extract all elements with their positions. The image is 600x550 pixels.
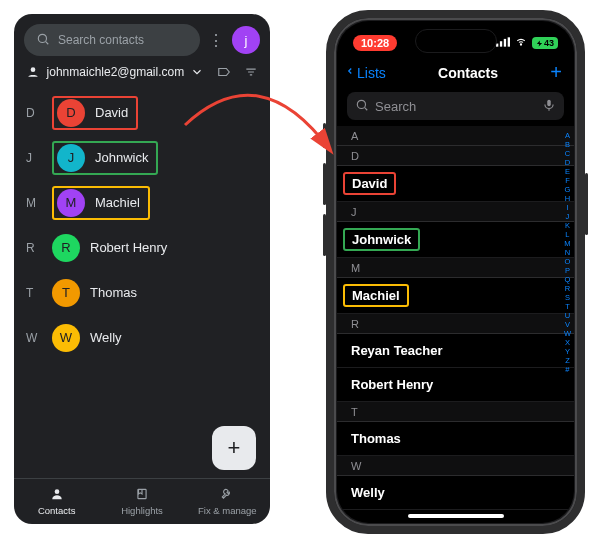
contact-row[interactable]: Johnwick — [337, 222, 574, 258]
svg-point-6 — [54, 489, 59, 494]
index-letter[interactable]: F — [564, 176, 571, 185]
overflow-menu-icon[interactable]: ⋮ — [208, 31, 224, 50]
home-indicator[interactable] — [408, 514, 504, 518]
nav-fix-manage[interactable]: Fix & manage — [185, 479, 270, 524]
search-input[interactable]: Search — [347, 92, 564, 120]
section-header: T — [337, 402, 574, 422]
contact-row[interactable]: Thomas — [337, 422, 574, 456]
index-letter[interactable]: I — [564, 203, 571, 212]
index-letter[interactable]: B — [564, 140, 571, 149]
section-letter: R — [26, 241, 42, 255]
index-letter[interactable]: Q — [564, 275, 571, 284]
svg-marker-13 — [537, 40, 542, 46]
contact-avatar-chip: R — [52, 234, 80, 262]
contact-row[interactable]: MMMachiel — [14, 180, 270, 225]
account-row[interactable]: johnmaichle2@gmail.com — [14, 62, 270, 90]
nav-contacts[interactable]: Contacts — [14, 479, 99, 524]
index-letter[interactable]: P — [564, 266, 571, 275]
index-letter[interactable]: C — [564, 149, 571, 158]
back-button[interactable]: Lists — [345, 63, 386, 82]
account-avatar[interactable]: j — [232, 26, 260, 54]
svg-line-15 — [365, 107, 368, 110]
filter-icon[interactable] — [243, 64, 258, 80]
index-letter[interactable]: # — [564, 365, 571, 374]
svg-rect-9 — [500, 41, 502, 46]
add-contact-button[interactable]: + — [550, 61, 562, 84]
signal-icon — [496, 36, 510, 50]
section-index-scrubber[interactable]: ABCDEFGHIJKLMNOPQRSTUVWXYZ# — [564, 131, 571, 374]
section-header: W — [337, 456, 574, 476]
index-letter[interactable]: J — [564, 212, 571, 221]
section-header: D — [337, 146, 574, 166]
svg-point-14 — [357, 100, 365, 108]
highlight-box: Johnwick — [343, 228, 420, 251]
search-input[interactable]: Search contacts — [24, 24, 200, 56]
nav-highlights[interactable]: Highlights — [99, 479, 184, 524]
search-placeholder: Search — [375, 99, 536, 114]
contact-row[interactable]: DDDavid — [14, 90, 270, 135]
mic-icon[interactable] — [542, 98, 556, 115]
contact-row[interactable]: David — [337, 166, 574, 202]
add-contact-fab[interactable]: + — [212, 426, 256, 470]
android-contacts-list: DDDavidJJJohnwickMMMachielRRRobert Henry… — [14, 90, 270, 478]
index-letter[interactable]: R — [564, 284, 571, 293]
highlight-box: DDavid — [52, 96, 138, 130]
contact-row[interactable]: TTThomas — [14, 270, 270, 315]
iphone-contacts-screen: 10:28 43 Lists Contac — [337, 21, 574, 523]
label-icon[interactable] — [217, 64, 232, 80]
contact-row[interactable]: RRRobert Henry — [14, 225, 270, 270]
contact-avatar-chip: D — [57, 99, 85, 127]
wrench-icon — [220, 487, 234, 503]
contact-row[interactable]: Machiel — [337, 278, 574, 314]
index-letter[interactable]: L — [564, 230, 571, 239]
search-icon — [355, 98, 369, 115]
android-top-bar: Search contacts ⋮ j — [14, 14, 270, 62]
battery-icon: 43 — [532, 37, 558, 49]
person-icon — [26, 64, 41, 80]
index-letter[interactable]: N — [564, 248, 571, 257]
svg-rect-10 — [504, 39, 506, 47]
index-letter[interactable]: S — [564, 293, 571, 302]
index-letter[interactable]: H — [564, 194, 571, 203]
contact-name: Welly — [90, 330, 122, 345]
contact-row[interactable]: Welly — [337, 476, 574, 510]
contact-row[interactable]: Reyan Teacher — [337, 334, 574, 368]
status-time: 10:28 — [353, 35, 397, 51]
nav-label: Contacts — [38, 505, 76, 516]
search-icon — [36, 32, 50, 49]
nav-label: Highlights — [121, 505, 163, 516]
account-email: johnmaichle2@gmail.com — [47, 65, 185, 79]
index-letter[interactable]: T — [564, 302, 571, 311]
contact-row[interactable]: JJJohnwick — [14, 135, 270, 180]
contact-avatar-chip: J — [57, 144, 85, 172]
index-letter[interactable]: X — [564, 338, 571, 347]
index-letter[interactable]: M — [564, 239, 571, 248]
contact-name: Thomas — [90, 285, 137, 300]
svg-point-12 — [520, 44, 521, 45]
index-letter[interactable]: E — [564, 167, 571, 176]
highlight-box: JJohnwick — [52, 141, 158, 175]
svg-point-2 — [31, 67, 36, 72]
index-letter[interactable]: K — [564, 221, 571, 230]
highlight-box: MMachiel — [52, 186, 150, 220]
index-letter[interactable]: U — [564, 311, 571, 320]
contact-row[interactable]: Robert Henry — [337, 368, 574, 402]
index-letter[interactable]: Z — [564, 356, 571, 365]
index-letter[interactable]: O — [564, 257, 571, 266]
index-letter[interactable]: G — [564, 185, 571, 194]
back-label: Lists — [357, 65, 386, 81]
index-letter[interactable]: V — [564, 320, 571, 329]
contact-name: Machiel — [95, 195, 140, 210]
contact-avatar-chip: W — [52, 324, 80, 352]
section-letter: D — [26, 106, 42, 120]
index-letter[interactable]: Y — [564, 347, 571, 356]
iphone-contacts-list: ADDavidJJohnwickMMachielRReyan TeacherRo… — [337, 126, 574, 510]
page-title: Contacts — [438, 65, 498, 81]
index-letter[interactable]: W — [564, 329, 571, 338]
index-letter[interactable]: D — [564, 158, 571, 167]
android-bottom-nav: Contacts Highlights Fix & manage — [14, 478, 270, 524]
contact-avatar-chip: M — [57, 189, 85, 217]
index-letter[interactable]: A — [564, 131, 571, 140]
section-letter: J — [26, 151, 42, 165]
contact-row[interactable]: WWWelly — [14, 315, 270, 360]
